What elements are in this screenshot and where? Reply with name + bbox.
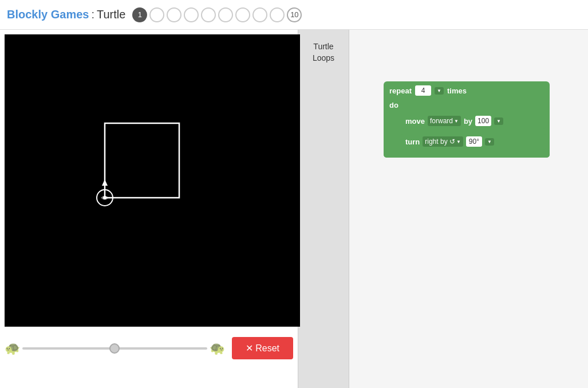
repeat-label: repeat bbox=[389, 87, 412, 95]
speed-control: 🐢 🐢 bbox=[5, 341, 225, 356]
sidebar: Turtle Loops bbox=[298, 30, 349, 388]
turn-block[interactable]: turn right by ↺ 90° bbox=[401, 134, 546, 150]
turn-direction-dropdown[interactable]: right by ↺ bbox=[423, 136, 463, 147]
controls-bar: 🐢 🐢 ✕ Reset bbox=[0, 331, 298, 365]
block-area: repeat 4 times do move bbox=[384, 81, 550, 158]
move-amount-input[interactable]: 100 bbox=[475, 116, 491, 126]
level-4-button[interactable] bbox=[184, 7, 199, 22]
move-block[interactable]: move forward by 100 bbox=[401, 113, 546, 129]
level-3-button[interactable] bbox=[167, 7, 181, 22]
level-9-button[interactable] bbox=[270, 7, 285, 22]
do-label: do bbox=[389, 101, 398, 109]
turn-angle-dropdown[interactable] bbox=[485, 138, 494, 146]
c-left-arm bbox=[384, 111, 397, 152]
header: Blockly Games : Turtle 1 10 bbox=[0, 0, 588, 30]
svg-marker-3 bbox=[102, 179, 108, 186]
repeat-header-row: repeat 4 times bbox=[384, 81, 550, 100]
by-label: by bbox=[464, 117, 472, 126]
level-7-button[interactable] bbox=[235, 7, 250, 22]
turtle-canvas bbox=[5, 34, 300, 327]
block-workspace[interactable]: repeat 4 times do move bbox=[349, 30, 588, 388]
c-bottom bbox=[384, 152, 550, 158]
level-2-button[interactable] bbox=[149, 7, 164, 22]
repeat-block[interactable]: repeat 4 times do move bbox=[384, 81, 550, 158]
turn-angle-input[interactable]: 90° bbox=[466, 136, 482, 147]
move-label: move bbox=[405, 117, 425, 126]
sidebar-turtle-label: Turtle Loops bbox=[313, 41, 334, 64]
move-direction-dropdown[interactable]: forward bbox=[428, 116, 461, 126]
repeat-count-dropdown[interactable] bbox=[435, 87, 444, 95]
move-amount-dropdown[interactable] bbox=[494, 117, 503, 125]
repeat-body: move forward by 100 turn ri bbox=[384, 111, 550, 152]
level-10-button[interactable]: 10 bbox=[287, 7, 302, 22]
level-5-button[interactable] bbox=[201, 7, 216, 22]
turn-label: turn bbox=[405, 138, 420, 146]
level-1-button[interactable]: 1 bbox=[132, 7, 147, 22]
brand-name[interactable]: Blockly Games bbox=[7, 8, 89, 21]
level-8-button[interactable] bbox=[252, 7, 267, 22]
do-label-row: do bbox=[384, 100, 550, 111]
speed-slider[interactable] bbox=[22, 347, 207, 350]
level-selector: 1 10 bbox=[132, 7, 302, 22]
main-layout: 🐢 🐢 ✕ Reset Turtle Loops repeat 4 times bbox=[0, 30, 588, 388]
svg-rect-0 bbox=[105, 123, 179, 198]
inner-blocks: move forward by 100 turn ri bbox=[397, 111, 550, 152]
canvas-area: 🐢 🐢 ✕ Reset bbox=[0, 30, 298, 388]
repeat-count-input[interactable]: 4 bbox=[415, 85, 431, 96]
game-title: Turtle bbox=[97, 8, 125, 21]
reset-button[interactable]: ✕ Reset bbox=[232, 337, 293, 359]
times-label: times bbox=[447, 87, 467, 95]
fast-turtle-icon: 🐢 bbox=[210, 341, 225, 356]
header-separator: : bbox=[91, 8, 94, 21]
level-6-button[interactable] bbox=[218, 7, 233, 22]
slow-turtle-icon: 🐢 bbox=[5, 341, 20, 356]
